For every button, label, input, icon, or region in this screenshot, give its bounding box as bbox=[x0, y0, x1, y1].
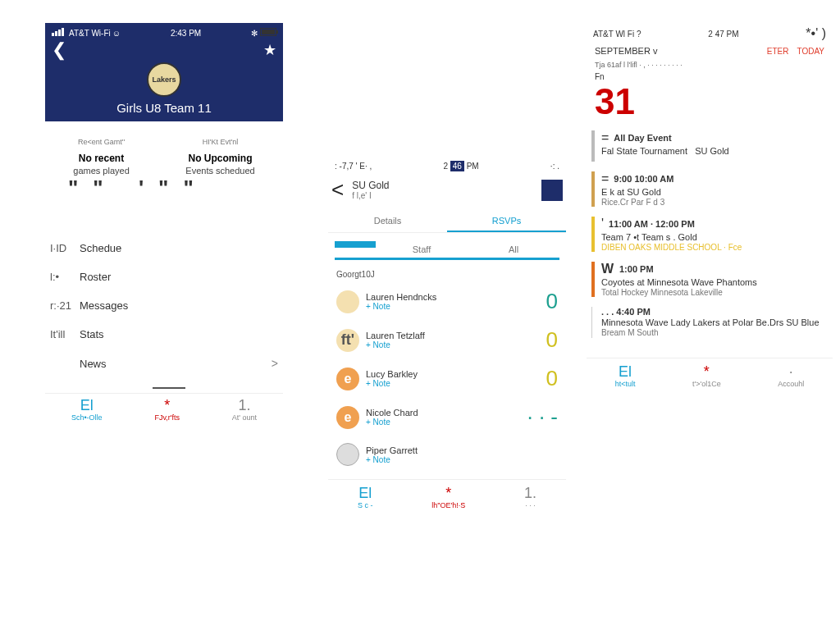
status-time: 2 47 PM bbox=[708, 30, 738, 39]
status-right: *•' ) bbox=[806, 26, 826, 41]
menu-schedule[interactable]: I·IDSchedue bbox=[47, 234, 281, 262]
today-link[interactable]: TODAY bbox=[797, 47, 824, 56]
day-name: Fn bbox=[595, 72, 635, 81]
calendar-event[interactable]: =All Day Event Fal State Tournament SU G… bbox=[587, 126, 833, 167]
segment-control: Staff All bbox=[335, 241, 559, 260]
status-time: 2 46 PM bbox=[443, 162, 478, 171]
next-event-main: No Upcoming bbox=[185, 153, 254, 164]
signal-bars-icon bbox=[52, 28, 65, 38]
tab-schedule[interactable]: Elht<tult bbox=[615, 363, 636, 388]
tab-account[interactable]: 1.At' ount bbox=[232, 397, 257, 422]
menu-news[interactable]: News> bbox=[47, 349, 281, 378]
next-event-col: HI'Kt Evt'nl No Upcoming Events schedued bbox=[185, 138, 254, 176]
roster-row[interactable]: Piper Garrett+ Note bbox=[328, 436, 566, 472]
menu-label: News bbox=[80, 358, 107, 370]
event-color-bar bbox=[591, 262, 595, 297]
favorite-star-icon[interactable]: ★ bbox=[263, 41, 276, 59]
roster-row[interactable]: ft'Lauren Tetzlaff+ Note0 bbox=[328, 321, 566, 359]
quote-marks: "" '"" bbox=[45, 176, 283, 201]
player-name: Lauren Tetzlaff bbox=[366, 331, 425, 340]
tab-label: Sch•-Olle bbox=[71, 413, 103, 422]
add-note-link[interactable]: + Note bbox=[366, 302, 436, 311]
wifi-icon: ☺ bbox=[112, 29, 121, 38]
menu: I·IDSchedue l:•Roster r:·21Messages It'i… bbox=[45, 234, 283, 378]
add-note-link[interactable]: + Note bbox=[366, 340, 425, 349]
nav-bar: ❮ ★ bbox=[52, 39, 276, 61]
recent-game-sub: games played bbox=[73, 166, 130, 176]
back-button[interactable]: < bbox=[331, 177, 344, 203]
tab-label: FJv,r'fts bbox=[154, 413, 180, 422]
event-time: 1:00 PM bbox=[619, 264, 654, 274]
tab-favorites[interactable]: *lh''OE'h!·S bbox=[431, 485, 465, 509]
player-name: Piper Garrett bbox=[366, 445, 418, 455]
event-title: Fal State Tournament SU Gold bbox=[601, 146, 828, 156]
dot-icon: ' bbox=[601, 217, 604, 231]
tab-favorites[interactable]: *t'>'ol1Ce bbox=[692, 363, 721, 388]
event-list: =All Day Event Fal State Tournament SU G… bbox=[587, 126, 833, 343]
calendar-panel: AT&T Wl Fi ? 2 47 PM *•' ) SEPTEMBER v E… bbox=[587, 25, 833, 393]
segment-staff[interactable]: Staff bbox=[376, 241, 468, 258]
tab-account[interactable]: ·Accouhl bbox=[778, 363, 804, 388]
event-time: All Day Event bbox=[614, 133, 671, 143]
star-icon: * bbox=[431, 485, 465, 501]
rsvp-status[interactable]: · · - bbox=[527, 404, 558, 430]
filter-link[interactable]: ETER bbox=[767, 47, 789, 56]
calendar-event[interactable]: =9:00 10:00 AM E k at SU Gold Rice.Cr Pa… bbox=[587, 167, 833, 212]
bluetooth-icon: ✻ bbox=[251, 29, 258, 38]
person-icon: · bbox=[778, 363, 804, 380]
tab-schedule[interactable]: ElS c - bbox=[358, 485, 373, 509]
tab-details[interactable]: Details bbox=[328, 211, 447, 232]
event-time: 9:00 10:00 AM bbox=[614, 174, 673, 184]
segment-all[interactable]: All bbox=[468, 241, 559, 258]
calendar-event[interactable]: '11:00 AM · 12:00 PM Team 7 •t Team s . … bbox=[587, 212, 833, 257]
event-color-bar bbox=[591, 171, 595, 207]
calendar-event[interactable]: W1:00 PM Coyotes at Minnesota Wave Phant… bbox=[587, 257, 833, 302]
roster-row[interactable]: Lauren Hendncks+ Note0 bbox=[328, 282, 566, 321]
menu-stats[interactable]: It'illStats bbox=[47, 320, 281, 349]
add-note-link[interactable]: + Note bbox=[366, 455, 418, 464]
event-color-bar bbox=[591, 307, 595, 338]
segment-blank[interactable] bbox=[335, 241, 376, 248]
add-note-link[interactable]: + Note bbox=[366, 379, 418, 388]
tab-schedule[interactable]: ElSch•-Olle bbox=[71, 397, 103, 422]
event-location: Total Hockey Minnesota Lakeville bbox=[601, 288, 828, 297]
chevron-right-icon: > bbox=[272, 357, 278, 370]
team-panel: AT&T Wi-Fi ☺ 2:43 PM ✻ ❮ ★ Lakers Girls … bbox=[45, 23, 283, 425]
action-square[interactable] bbox=[541, 180, 563, 201]
header-center: SU Gold f l,e' I bbox=[352, 180, 389, 200]
status-bar: : -7,7 ' E· , 2 46 PM ·: . bbox=[328, 160, 566, 172]
add-note-link[interactable]: + Note bbox=[366, 418, 418, 427]
tab-bar: ElS c - *lh''OE'h!·S 1.· · · bbox=[328, 479, 566, 514]
avatar: e bbox=[336, 368, 359, 390]
tab-rsvps[interactable]: RSVPs bbox=[447, 211, 566, 232]
carrier: AT&T Wi-Fi ☺ bbox=[52, 28, 121, 38]
star-icon: * bbox=[154, 397, 180, 413]
message-icon: r:·21 bbox=[50, 299, 68, 312]
player-name: Nicole Chard bbox=[366, 408, 418, 418]
tab-favorites[interactable]: *FJv,r'fts bbox=[154, 397, 180, 422]
equals-icon: = bbox=[601, 130, 609, 145]
avatar: ft' bbox=[336, 329, 359, 352]
menu-roster[interactable]: l:•Roster bbox=[47, 262, 281, 291]
status-right: ✻ bbox=[251, 28, 276, 38]
rsvp-status[interactable]: 0 bbox=[546, 289, 558, 314]
carrier: AT&T Wl Fi ? bbox=[593, 30, 641, 39]
calendar-icon: El bbox=[358, 485, 373, 501]
menu-label: Schedue bbox=[80, 242, 121, 254]
roster-row[interactable]: eLucy Barkley+ Note0 bbox=[328, 359, 566, 398]
tab-account[interactable]: 1.· · · bbox=[524, 485, 536, 509]
calendar-event[interactable]: . . . 4:40 PM Minnesota Wave Lady Lakers… bbox=[587, 302, 833, 343]
rsvp-header: < SU Gold f l,e' I bbox=[328, 174, 566, 206]
team-name: Girls U8 Team 11 bbox=[52, 101, 276, 115]
rsvp-status[interactable]: 0 bbox=[546, 327, 558, 353]
event-color-bar bbox=[591, 130, 595, 162]
calendar-icon: El bbox=[615, 363, 636, 380]
recent-game-label: Re<ent Gamt'' bbox=[73, 138, 130, 146]
tab-bar: Elht<tult *t'>'ol1Ce ·Accouhl bbox=[587, 358, 833, 393]
back-button[interactable]: ❮ bbox=[52, 39, 66, 61]
month-selector[interactable]: SEPTEMBER v bbox=[595, 46, 657, 56]
roster-row[interactable]: eNicole Chard+ Note· · - bbox=[328, 398, 566, 436]
rsvp-status[interactable]: 0 bbox=[546, 366, 558, 391]
calendar-icon: El bbox=[71, 397, 103, 413]
menu-messages[interactable]: r:·21Messages bbox=[47, 291, 281, 320]
